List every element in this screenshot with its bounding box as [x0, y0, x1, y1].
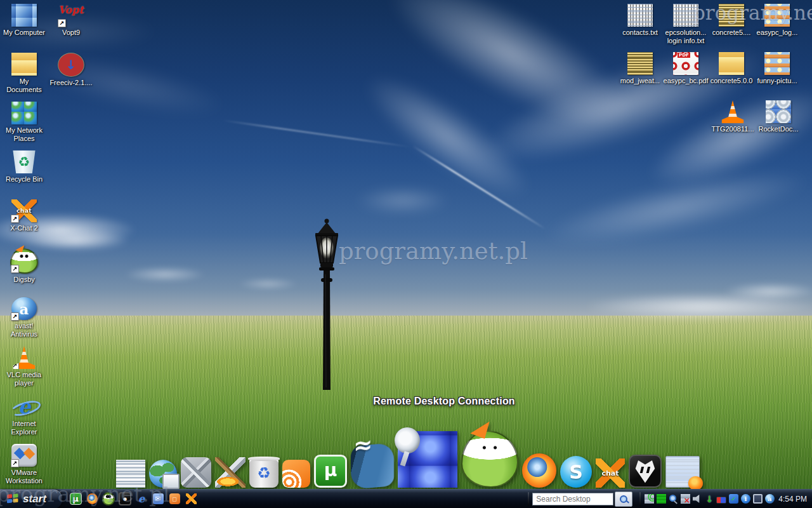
desktop-wallpaper: programy.net.pl programy.net.pl programy… — [0, 0, 812, 508]
quicklaunch-firefox[interactable] — [85, 492, 99, 506]
tray-search-icon[interactable] — [668, 494, 678, 504]
dock-item-network-globe[interactable] — [149, 460, 177, 488]
desktop-icon-easypc-log-label: easypc_log... — [757, 29, 798, 37]
dock-item-openoffice-glyph: ≈ — [353, 438, 394, 490]
tray-network-disconnected-icon-icon: × — [681, 494, 690, 504]
desktop-icon-ttg200811[interactable]: TTG200811... — [710, 99, 756, 148]
desktop-icon-my-network-places[interactable]: My Network Places — [1, 100, 47, 149]
tray-sync-box-icon-icon: ✓ — [729, 494, 738, 504]
tray-remote-audio-icon[interactable] — [644, 494, 654, 504]
desktop-icon-my-computer[interactable]: My Computer — [1, 3, 47, 51]
dock-item-my-computer[interactable] — [116, 460, 145, 488]
dock-item-skype-icon: S — [560, 456, 592, 488]
tray-wireless-signal-icon[interactable] — [656, 494, 666, 504]
tray-sync-box-icon[interactable]: ✓ — [728, 494, 738, 504]
desktop-icon-avast-antivirus[interactable]: a↗avast! Antivirus — [1, 296, 47, 345]
desktop-icon-xchat-2-icon: chat↗ — [11, 199, 37, 222]
desktop-icon-digsby[interactable]: ↗Digsby — [1, 247, 47, 296]
desktop-icon-epcsolution-login-info-txt[interactable]: epcsolution... login info.txt — [663, 3, 709, 51]
quicklaunch-utorrent-glyph: µ — [70, 493, 81, 504]
quicklaunch-internet-explorer[interactable]: e — [134, 492, 148, 506]
tray-sync-box-icon-glyph: ✓ — [729, 494, 738, 504]
tray-update-icon[interactable]: ↓ — [704, 494, 714, 504]
desktop-icon-recycle-bin[interactable]: ♻Recycle Bin — [1, 149, 47, 198]
desktop-icon-rocketdock[interactable]: RocketDoc... — [756, 99, 801, 148]
tray-battery-icon[interactable] — [716, 494, 726, 504]
dock-item-skype[interactable]: S — [560, 456, 592, 488]
start-button[interactable]: start — [0, 490, 62, 508]
tray-display-icon[interactable] — [752, 494, 763, 504]
tray-volume-icon[interactable] — [692, 494, 702, 504]
desktop-icon-mod-jweat-label: mod_jweat... — [620, 77, 660, 85]
cloud — [238, 278, 298, 290]
dock-item-control-panel[interactable] — [181, 457, 211, 488]
desktop-icon-vmware-workstation[interactable]: ↗VMware Workstation — [1, 443, 47, 491]
desktop-icon-concrete5-zip-label: concrete5.... — [712, 29, 751, 37]
tray-wireless-signal-icon-icon — [657, 494, 666, 504]
dock-item-xchat[interactable]: chat — [596, 458, 625, 488]
taskbar-clock[interactable]: 4:54 PM — [778, 495, 807, 504]
quicklaunch-firefox-icon — [87, 493, 98, 504]
search-button[interactable] — [615, 491, 632, 507]
dock-item-foobar2000-icon — [629, 455, 662, 488]
rocketdock: ♻µ≈Schat — [116, 431, 700, 488]
dock-item-foobar2000[interactable] — [629, 455, 662, 488]
dock-item-rss-reader[interactable] — [282, 460, 310, 488]
tray-avast-icon[interactable]: a — [764, 494, 775, 504]
desktop-icon-freeciv[interactable]: ↓Freeciv-2.1.... — [48, 51, 94, 100]
desktop-icon-my-documents-icon — [11, 53, 37, 76]
desktop-icon-funny-picture[interactable]: funny-pictu... — [754, 51, 800, 100]
quicklaunch-internet-explorer-icon: e — [136, 493, 147, 504]
quick-launch-area: µ●e✉◻ — [69, 492, 198, 506]
quicklaunch-email-glyph: ✉ — [153, 493, 164, 504]
desktop-icon-vlc-media-player[interactable]: ↗VLC media player — [1, 345, 47, 394]
search-input[interactable] — [532, 493, 613, 505]
dock-item-digsby[interactable] — [461, 431, 518, 488]
desktop-icon-concrete5-folder-label: concrete5.0.0 — [710, 77, 753, 85]
quicklaunch-foobar2000-icon: ● — [119, 492, 131, 505]
desktop-icon-vopt9[interactable]: Vopt↗Vopt9 — [48, 3, 94, 51]
contrail — [222, 119, 410, 148]
desktop-icon-xchat-2[interactable]: chat↗X-Chat 2 — [1, 198, 47, 247]
cloud — [124, 267, 206, 282]
desktop-icon-my-documents[interactable]: My Documents — [1, 51, 47, 100]
dock-item-remote-desktop[interactable] — [398, 431, 457, 488]
quicklaunch-digsby[interactable] — [102, 492, 115, 506]
quicklaunch-email[interactable]: ✉ — [151, 492, 165, 506]
desktop-icon-concrete5-folder[interactable]: concrete5.0.0 — [709, 51, 754, 100]
tray-avast-icon-icon: a — [765, 494, 775, 504]
dock-item-firefox[interactable] — [522, 453, 556, 488]
dock-item-recycle-bin-glyph: ♻ — [249, 458, 278, 488]
search-icon — [620, 495, 627, 503]
desktop-icon-contacts-txt[interactable]: contacts.txt — [617, 3, 663, 51]
tray-update-icon-glyph: ↓ — [705, 494, 714, 504]
desktop-icon-concrete5-zip[interactable]: concrete5.... — [709, 3, 754, 51]
desktop-icon-xchat-2-shortcut-arrow-icon: ↗ — [11, 215, 19, 223]
desktop-icon-easypc-log[interactable]: easypc_log... — [754, 3, 800, 51]
tray-network-disconnected-icon[interactable]: × — [680, 494, 690, 504]
quicklaunch-xchat[interactable] — [184, 492, 198, 506]
dock-item-dock-settings[interactable] — [215, 457, 246, 488]
quicklaunch-utorrent[interactable]: µ — [69, 492, 82, 506]
dock-item-recycle-bin[interactable]: ♻ — [249, 458, 278, 488]
desktop-icon-rocketdock-label: RocketDoc... — [759, 125, 799, 133]
quicklaunch-digsby-icon — [102, 492, 115, 505]
tray-info-icon[interactable]: i — [740, 494, 750, 504]
tray-volume-icon-icon — [693, 494, 702, 504]
desktop-icon-easypc-bc-pdf[interactable]: PDFeasypc_bc.pdf — [663, 51, 709, 100]
dock-item-utorrent[interactable]: µ — [314, 455, 347, 488]
desktop-icon-vlc-media-player-icon: ↗ — [11, 346, 37, 369]
desktop-icon-easypc-log-icon — [764, 4, 790, 27]
desktop-icon-rocketdock-icon — [766, 100, 791, 123]
watermark-center: programy.net.pl — [339, 237, 528, 265]
desktop-icon-digsby-shortcut-arrow-icon: ↗ — [11, 265, 19, 273]
desktop-icon-avast-antivirus-label: avast! Antivirus — [11, 322, 37, 338]
quicklaunch-foobar2000[interactable]: ● — [118, 492, 132, 506]
dock-item-openoffice[interactable]: ≈ — [351, 444, 394, 488]
desktop-icon-internet-explorer[interactable]: eInternet Explorer — [1, 394, 47, 443]
desktop-icon-freeciv-glyph: ↓ — [58, 53, 84, 76]
desktop-icon-mod-jweat[interactable]: mod_jweat... — [617, 51, 663, 100]
dock-item-window-thumbnail[interactable] — [665, 456, 700, 488]
quicklaunch-app-orange[interactable]: ◻ — [167, 492, 181, 506]
desktop-icons-right-row-3: TTG200811...RocketDoc... — [710, 99, 801, 148]
